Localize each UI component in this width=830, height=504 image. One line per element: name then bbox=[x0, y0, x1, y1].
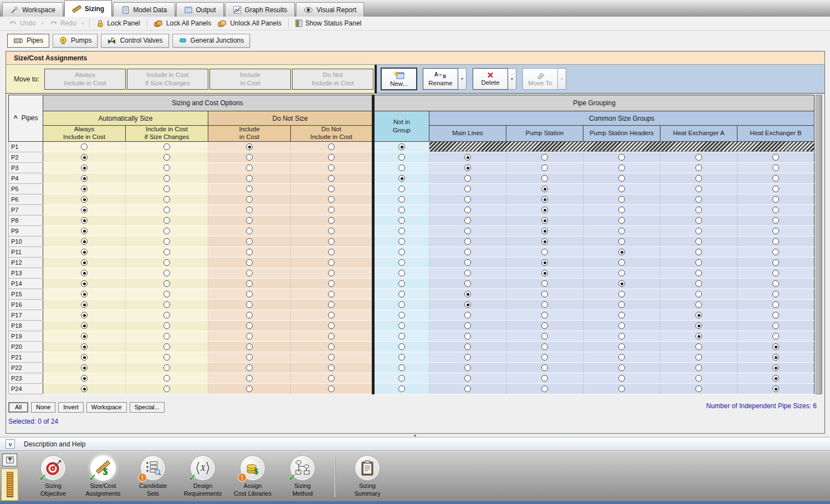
sizing-option-radio-cell[interactable] bbox=[208, 352, 291, 362]
sizing-option-radio-cell[interactable] bbox=[291, 289, 373, 299]
radio-button[interactable] bbox=[81, 175, 88, 182]
sizing-option-radio-cell[interactable] bbox=[291, 257, 373, 268]
sizing-option-radio-cell[interactable] bbox=[43, 204, 126, 215]
group-radio-cell[interactable] bbox=[660, 194, 737, 204]
collapse-caret-icon[interactable]: ^ bbox=[13, 114, 17, 122]
group-radio-cell[interactable] bbox=[506, 362, 583, 373]
sizing-option-radio-cell[interactable] bbox=[43, 299, 126, 310]
group-radio-cell[interactable] bbox=[660, 320, 737, 331]
not-in-group-radio-cell[interactable] bbox=[373, 225, 429, 236]
radio-button[interactable] bbox=[398, 207, 405, 213]
radio-button[interactable] bbox=[772, 270, 779, 276]
group-radio-cell[interactable] bbox=[737, 362, 814, 373]
radio-button[interactable] bbox=[772, 354, 779, 361]
radio-button[interactable] bbox=[464, 249, 471, 255]
group-radio-cell[interactable] bbox=[429, 204, 506, 215]
sizing-option-radio-cell[interactable] bbox=[208, 299, 291, 310]
radio-button[interactable] bbox=[163, 280, 170, 287]
group-radio-cell[interactable] bbox=[660, 152, 737, 162]
radio-button[interactable] bbox=[772, 217, 779, 224]
radio-button[interactable] bbox=[618, 375, 625, 382]
group-radio-cell[interactable] bbox=[429, 299, 506, 310]
radio-button[interactable] bbox=[464, 228, 471, 234]
tab-model-data[interactable]: Model Data bbox=[113, 2, 175, 17]
sizing-option-radio-cell[interactable] bbox=[291, 194, 373, 204]
sizing-option-radio-cell[interactable] bbox=[126, 373, 208, 383]
radio-button[interactable] bbox=[163, 333, 170, 340]
radio-button[interactable] bbox=[618, 207, 625, 213]
group-radio-cell[interactable] bbox=[583, 352, 660, 362]
radio-button[interactable] bbox=[398, 196, 405, 203]
group-radio-cell[interactable] bbox=[583, 299, 660, 310]
nav-size-cost-assignments[interactable]: $ Size/Cost Assignments bbox=[80, 455, 126, 498]
group-radio-cell[interactable] bbox=[506, 310, 583, 320]
radio-button[interactable] bbox=[541, 217, 548, 224]
lock-all-panels-button[interactable]: Lock All Panels bbox=[151, 18, 214, 29]
radio-button[interactable] bbox=[328, 343, 335, 350]
sizing-option-radio-cell[interactable] bbox=[291, 152, 373, 162]
nav-sizing-objective[interactable]: Sizing Objective bbox=[30, 455, 76, 498]
not-in-group-radio-cell[interactable] bbox=[373, 215, 429, 225]
sizing-option-radio-cell[interactable] bbox=[208, 268, 291, 278]
sizing-option-radio-cell[interactable] bbox=[126, 257, 208, 268]
radio-button[interactable] bbox=[541, 280, 548, 287]
sizing-option-radio-cell[interactable] bbox=[126, 310, 208, 320]
radio-button[interactable] bbox=[618, 385, 625, 392]
not-in-group-radio-cell[interactable] bbox=[373, 320, 429, 331]
group-radio-cell[interactable] bbox=[429, 362, 506, 373]
radio-button[interactable] bbox=[246, 270, 253, 276]
radio-button[interactable] bbox=[163, 291, 170, 297]
radio-button[interactable] bbox=[618, 238, 625, 245]
radio-button[interactable] bbox=[328, 238, 335, 245]
radio-button[interactable] bbox=[541, 228, 548, 234]
description-help-toggle[interactable]: v bbox=[6, 439, 15, 449]
radio-button[interactable] bbox=[81, 354, 88, 361]
group-radio-cell[interactable] bbox=[583, 278, 660, 289]
group-radio-cell[interactable] bbox=[737, 257, 814, 268]
radio-button[interactable] bbox=[772, 259, 779, 266]
radio-button[interactable] bbox=[772, 164, 779, 171]
group-radio-cell[interactable] bbox=[506, 162, 583, 173]
group-radio-cell[interactable] bbox=[660, 362, 737, 373]
group-radio-cell[interactable] bbox=[737, 310, 814, 320]
sizing-option-radio-cell[interactable] bbox=[291, 320, 373, 331]
not-in-group-radio-cell[interactable] bbox=[373, 236, 429, 246]
not-in-group-radio-cell[interactable] bbox=[373, 268, 429, 278]
radio-button[interactable] bbox=[163, 343, 170, 350]
junction-tab-pipes[interactable]: Pipes bbox=[7, 34, 49, 48]
group-radio-cell[interactable] bbox=[506, 194, 583, 204]
sizing-option-radio-cell[interactable] bbox=[208, 152, 291, 162]
radio-button[interactable] bbox=[464, 175, 471, 182]
collapsed-sizing-panel-tab[interactable] bbox=[1, 469, 18, 501]
radio-button[interactable] bbox=[541, 196, 548, 203]
tab-output[interactable]: Output bbox=[176, 2, 224, 17]
group-radio-cell[interactable] bbox=[506, 289, 583, 299]
group-radio-cell[interactable] bbox=[737, 215, 814, 225]
sizing-option-radio-cell[interactable] bbox=[291, 299, 373, 310]
rename-dropdown-arrow[interactable]: ▾ bbox=[458, 68, 467, 90]
radio-button[interactable] bbox=[695, 312, 702, 318]
pipe-row-header[interactable]: P16 bbox=[9, 299, 43, 310]
radio-button[interactable] bbox=[695, 280, 702, 287]
radio-button[interactable] bbox=[618, 301, 625, 308]
radio-button[interactable] bbox=[695, 354, 702, 361]
not-in-group-radio-cell[interactable] bbox=[373, 152, 429, 162]
radio-button[interactable] bbox=[695, 249, 702, 255]
radio-button[interactable] bbox=[464, 333, 471, 340]
sizing-option-radio-cell[interactable] bbox=[291, 362, 373, 373]
radio-button[interactable] bbox=[618, 312, 625, 318]
radio-button[interactable] bbox=[163, 385, 170, 392]
radio-button[interactable] bbox=[246, 238, 253, 245]
group-radio-cell[interactable] bbox=[583, 310, 660, 320]
radio-button[interactable] bbox=[464, 207, 471, 213]
radio-button[interactable] bbox=[81, 154, 88, 161]
sizing-option-radio-cell[interactable] bbox=[126, 194, 208, 204]
radio-button[interactable] bbox=[398, 164, 405, 171]
sizing-option-radio-cell[interactable] bbox=[43, 215, 126, 225]
group-radio-cell[interactable] bbox=[506, 341, 583, 352]
radio-button[interactable] bbox=[398, 154, 405, 161]
radio-button[interactable] bbox=[398, 364, 405, 371]
radio-button[interactable] bbox=[772, 228, 779, 234]
radio-button[interactable] bbox=[541, 354, 548, 361]
sizing-option-radio-cell[interactable] bbox=[43, 310, 126, 320]
